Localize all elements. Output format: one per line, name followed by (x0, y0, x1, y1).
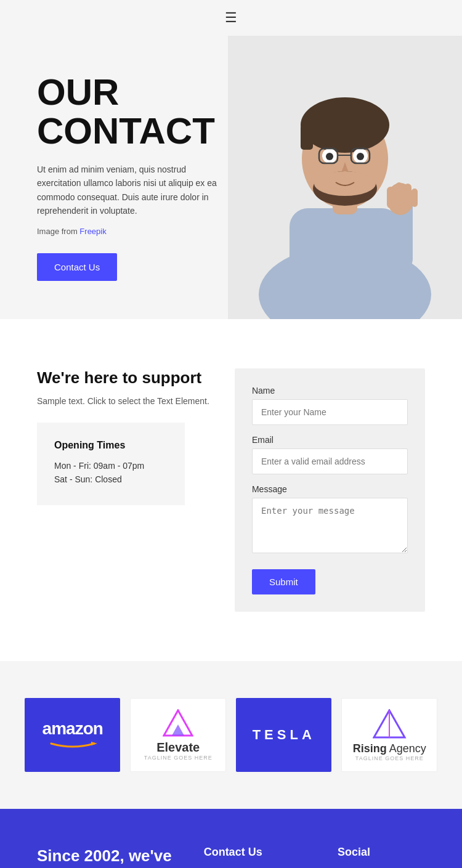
footer-contact-title: Contact Us (204, 846, 313, 859)
amazon-logo: amazon (43, 719, 103, 752)
support-left: We're here to support Sample text. Click… (37, 368, 210, 505)
rising-tagline: TAGLINE GOES HERE (353, 755, 426, 761)
opening-times-title: Opening Times (54, 440, 168, 451)
svg-rect-20 (404, 184, 411, 206)
contact-form-wrapper: Name Email Message Submit (235, 368, 425, 612)
footer-social-title: Social (338, 846, 425, 859)
message-label: Message (252, 484, 408, 494)
rising-logo-box: Rising Agency TAGLINE GOES HERE (341, 698, 437, 772)
message-form-group: Message (252, 484, 408, 556)
rising-logo: Rising Agency TAGLINE GOES HERE (353, 709, 426, 761)
opening-times-weekend: Sat - Sun: Closed (54, 474, 168, 484)
support-title: We're here to support (37, 368, 210, 387)
svg-rect-21 (411, 189, 418, 207)
footer-center: Contact Us 25000 Walnut, Hill Ln undefin… (204, 846, 313, 868)
amazon-text: amazon (43, 719, 103, 739)
submit-button[interactable]: Submit (252, 569, 315, 594)
tesla-text: TESLA (253, 727, 315, 743)
logos-section: amazon Elevate TAGLINE GOES HERE TESLA (0, 661, 462, 809)
email-form-group: Email (252, 435, 408, 474)
rising-triangle-icon (353, 709, 426, 739)
amazon-logo-box: amazon (25, 698, 120, 772)
svg-rect-18 (387, 187, 394, 208)
hero-content: OUR CONTACT Ut enim ad minim veniam, qui… (0, 36, 259, 318)
contact-us-button[interactable]: Contact Us (37, 253, 117, 281)
support-section: We're here to support Sample text. Click… (0, 319, 462, 661)
footer-top: Since 2002, we've helped raise more than… (0, 809, 462, 868)
opening-times-weekdays: Mon - Fri: 09am - 07pm (54, 461, 168, 471)
hero-section: OUR CONTACT Ut enim ad minim veniam, qui… (0, 36, 462, 319)
hero-body-text: Ut enim ad minim veniam, quis nostrud ex… (37, 163, 222, 218)
elevate-logo: Elevate TAGLINE GOES HERE (144, 709, 213, 761)
elevate-text: Elevate (144, 740, 213, 755)
email-label: Email (252, 435, 408, 445)
opening-times-box: Opening Times Mon - Fri: 09am - 07pm Sat… (37, 423, 185, 505)
svg-marker-22 (91, 742, 97, 745)
svg-rect-6 (301, 125, 313, 150)
footer-tagline: Since 2002, we've helped raise more than (37, 846, 179, 868)
freepik-link[interactable]: Freepik (79, 227, 106, 236)
svg-point-12 (326, 153, 333, 160)
svg-point-15 (314, 171, 376, 196)
svg-point-13 (357, 153, 364, 160)
support-text: Sample text. Click to select the Text El… (37, 395, 210, 408)
svg-rect-19 (395, 182, 403, 206)
hero-image-credit: Image from Freepik (37, 227, 222, 236)
footer-left: Since 2002, we've helped raise more than… (37, 846, 179, 868)
svg-rect-2 (290, 208, 400, 319)
tesla-logo-box: TESLA (236, 698, 331, 772)
name-input[interactable] (252, 399, 408, 425)
message-textarea[interactable] (252, 498, 408, 553)
email-input[interactable] (252, 448, 408, 474)
elevate-triangle-icon (144, 709, 213, 737)
hamburger-icon[interactable]: ☰ (225, 10, 237, 26)
name-form-group: Name (252, 386, 408, 425)
footer-right: Social Sample text. Click to select (338, 846, 425, 868)
elevate-tagline: TAGLINE GOES HERE (144, 755, 213, 761)
svg-point-5 (301, 97, 389, 153)
rising-agency-text: Rising Agency (353, 742, 426, 755)
hero-title: OUR CONTACT (37, 73, 222, 150)
elevate-logo-box: Elevate TAGLINE GOES HERE (130, 698, 226, 772)
contact-form: Name Email Message Submit (235, 368, 425, 612)
amazon-arrow-icon (43, 739, 103, 752)
hero-image (228, 36, 462, 319)
header: ☰ (0, 0, 462, 36)
name-label: Name (252, 386, 408, 395)
svg-marker-24 (172, 724, 184, 736)
